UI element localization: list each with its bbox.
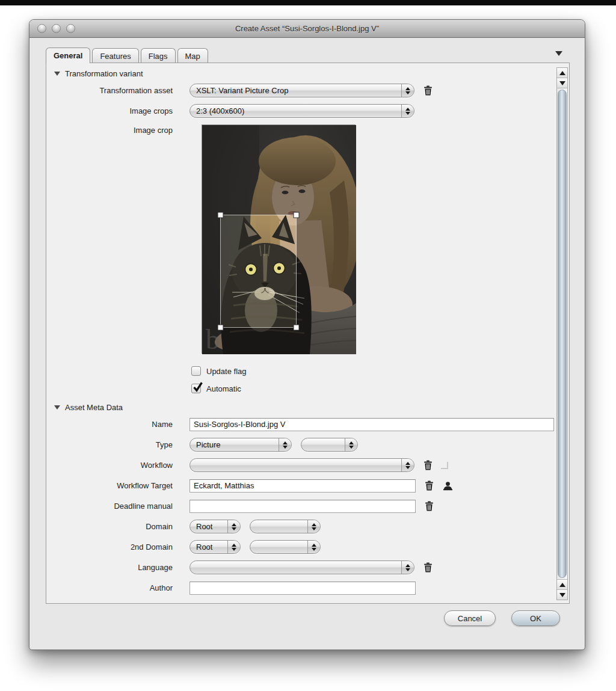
workflow-label: Workflow [46,461,173,470]
stepper-arrows-icon [227,541,240,553]
scrollbar-thumb[interactable] [558,90,567,578]
type-label: Type [46,440,173,449]
crop-preview-image[interactable]: b [202,124,356,354]
author-input[interactable] [189,582,416,595]
trash-icon [424,562,433,573]
domain-select[interactable]: Root [189,520,241,533]
workflow-target-label: Workflow Target [46,481,173,490]
workflow-target-input[interactable] [189,479,416,493]
name-input[interactable] [189,418,554,431]
section-title-meta: Asset Meta Data [65,403,123,412]
trash-icon [424,460,433,470]
image-crop-label: Image crop [46,124,173,135]
vertical-scrollbar[interactable] [556,67,568,600]
create-asset-dialog: Create Asset “Susi-Sorglos-I-Blond.jpg V… [29,19,585,650]
name-label: Name [46,420,173,429]
type-select[interactable]: Picture [189,438,292,452]
second-domain-secondary-select[interactable] [250,540,321,554]
zoom-window-button[interactable] [66,24,75,33]
ok-button[interactable]: OK [511,610,560,626]
trash-icon [425,501,434,511]
type-secondary-select[interactable] [301,438,358,452]
crop-handle-top-left[interactable] [218,212,223,218]
scroll-up-button-bottom[interactable] [557,579,567,589]
crop-handle-top-right[interactable] [294,212,299,218]
minimize-window-button[interactable] [52,24,61,33]
stepper-arrows-icon [307,520,320,533]
checkmark-icon [192,382,203,393]
transformation-asset-select[interactable]: XSLT: Variant Picture Crop [189,84,414,97]
update-flag-checkbox[interactable] [191,366,201,376]
tab-features[interactable]: Features [92,48,138,63]
person-icon [443,481,453,491]
language-label: Language [46,563,173,572]
stepper-arrows-icon [401,459,414,471]
transformation-asset-label: Transformation asset [46,86,173,95]
tab-overflow-icon[interactable] [555,51,562,56]
crop-handle-bottom-left[interactable] [218,325,223,330]
disclosure-triangle-icon[interactable] [54,72,60,76]
flags-checkbox-1[interactable] [191,604,201,604]
disclosure-triangle-icon[interactable] [54,405,60,410]
image-crops-label: Image crops [46,106,173,115]
cancel-button[interactable]: Cancel [444,610,496,626]
workflow-delete-button[interactable] [422,460,433,471]
scroll-up-button[interactable] [557,68,567,78]
author-label: Author [46,583,173,592]
tab-general[interactable]: General [46,48,90,63]
deadline-manual-label: Deadline manual [46,502,173,511]
domain-label: Domain [46,522,173,531]
image-crops-select[interactable]: 2:3 (400x600) [189,104,414,118]
domain-secondary-select[interactable] [250,520,321,533]
stepper-arrows-icon [401,561,414,574]
window-title: Create Asset “Susi-Sorglos-I-Blond.jpg V… [235,24,379,33]
stepper-arrows-icon [401,84,414,97]
stepper-arrows-icon [401,105,414,117]
stepper-arrows-icon [345,438,357,451]
automatic-checkbox[interactable] [191,384,201,393]
transformation-asset-delete-button[interactable] [422,85,433,96]
stepper-arrows-icon [227,520,240,533]
workflow-secondary-icon [441,462,448,469]
stepper-arrows-icon [307,541,320,553]
crop-handle-bottom-right[interactable] [294,325,299,330]
tab-flags[interactable]: Flags [141,48,176,63]
general-tab-panel: Transformation variant Transformation as… [46,63,570,604]
automatic-label: Automatic [206,384,241,393]
stepper-arrows-icon [279,438,291,451]
tab-bar: GeneralFeaturesFlagsMap [46,48,568,63]
section-title-transformation: Transformation variant [65,69,143,78]
deadline-delete-button[interactable] [424,501,434,512]
close-window-button[interactable] [37,24,46,33]
screen-top-strip [0,0,616,5]
scroll-down-button-bottom[interactable] [557,589,567,600]
deadline-manual-input[interactable] [189,500,416,513]
workflow-target-delete-button[interactable] [424,481,434,491]
second-domain-select[interactable]: Root [189,540,241,554]
select-person-button[interactable] [442,481,453,491]
update-flag-label: Update flag [206,367,247,376]
workflow-select[interactable] [189,458,414,472]
flags-checkbox-2[interactable] [267,604,277,604]
language-delete-button[interactable] [422,562,433,573]
trash-icon [424,85,433,96]
tab-map[interactable]: Map [177,48,208,63]
trash-icon [425,481,434,491]
second-domain-label: 2nd Domain [46,542,173,551]
window-titlebar[interactable]: Create Asset “Susi-Sorglos-I-Blond.jpg V… [29,20,585,38]
scroll-down-button[interactable] [557,78,567,88]
language-select[interactable] [189,560,414,574]
